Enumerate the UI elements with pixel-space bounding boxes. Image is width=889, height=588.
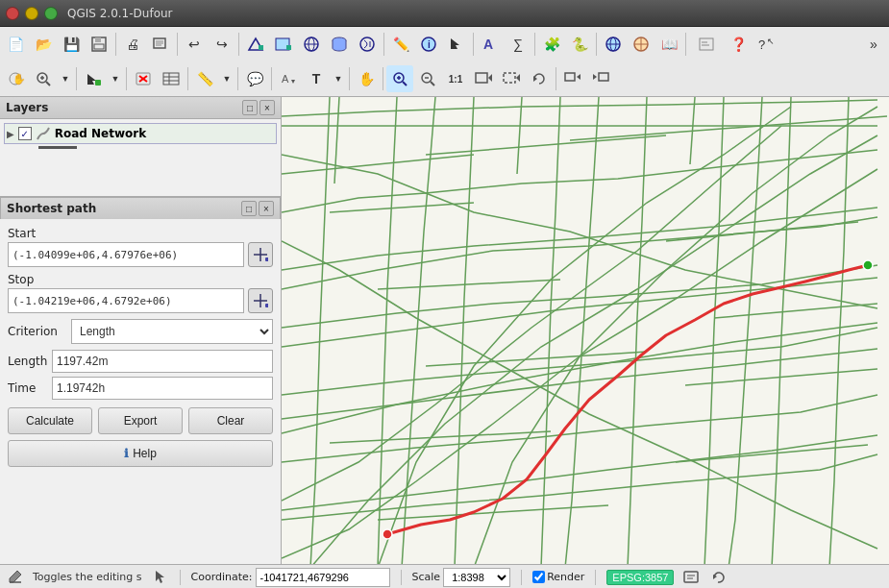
add-database-button[interactable] <box>326 31 353 58</box>
zoom-out2-button[interactable] <box>414 65 441 92</box>
titlebar: QGIS 2.0.1-Dufour <box>0 0 889 27</box>
coordinate-input[interactable] <box>256 568 390 587</box>
zoom-in2-button[interactable] <box>386 65 413 92</box>
edit-layer-button[interactable]: ✏️ <box>387 31 414 58</box>
open-table-button[interactable] <box>158 65 185 92</box>
zoom-native-button[interactable]: 1:1 <box>442 65 469 92</box>
python-button[interactable]: 🐍 <box>566 31 593 58</box>
start-label: Start <box>8 227 273 240</box>
print-button[interactable]: 🖨 <box>119 31 146 58</box>
map-area[interactable] <box>282 97 889 564</box>
length-row: Length <box>8 350 273 373</box>
zoom-in-button[interactable] <box>30 65 57 92</box>
svg-marker-59 <box>516 74 520 82</box>
rotate-button[interactable] <box>708 568 728 587</box>
add-wfs-button[interactable] <box>354 31 381 58</box>
svg-text:i: i <box>428 39 431 50</box>
render-checkbox[interactable] <box>532 571 545 583</box>
more-tools-button[interactable] <box>689 31 724 58</box>
stop-input[interactable] <box>8 288 244 313</box>
svg-rect-63 <box>599 73 608 81</box>
catalog-button[interactable]: 📖 <box>655 31 682 58</box>
open-project-button[interactable]: 📂 <box>30 31 57 58</box>
statusbar: Toggles the editing s Coordinate: Scale … <box>0 564 889 588</box>
zoom-next-button[interactable] <box>587 65 614 92</box>
help-button[interactable]: ℹ Help <box>8 440 273 467</box>
epsg-button[interactable]: EPSG:3857 <box>606 570 674 585</box>
field-calc-button[interactable]: ∑ <box>505 31 531 58</box>
time-row: Time <box>8 377 273 400</box>
sp-panel-close-button[interactable]: × <box>259 201 274 216</box>
select-dropdown-button[interactable]: ▼ <box>108 65 123 92</box>
criterion-row: Criterion Length Time <box>8 319 273 344</box>
close-button[interactable] <box>6 7 19 20</box>
text-annotation-button[interactable]: T <box>303 65 330 92</box>
globe2-button[interactable] <box>628 31 654 58</box>
maximize-button[interactable] <box>44 7 58 20</box>
minimize-button[interactable] <box>25 7 38 20</box>
zoom-layer-button[interactable] <box>470 65 497 92</box>
undo-button[interactable]: ↩ <box>181 31 208 58</box>
criterion-select[interactable]: Length Time <box>71 319 273 344</box>
sp-panel-restore-button[interactable]: □ <box>241 201 257 216</box>
toolbar-row-1: 📄 📂 💾 🖨 ↩ ↪ ✏️ i <box>0 27 889 61</box>
select-button[interactable] <box>443 31 470 58</box>
pan-hand-button[interactable]: ✋ <box>353 65 380 92</box>
start-pick-button[interactable] <box>248 242 273 267</box>
zoom-dropdown-button[interactable]: ▼ <box>58 65 73 92</box>
length-value-field[interactable] <box>52 350 273 373</box>
measure-button[interactable]: 📏 <box>191 65 218 92</box>
layer-item-road-network[interactable]: ▶ ✓ Road Network <box>4 123 277 144</box>
whats-this-button[interactable]: ?↖ <box>753 31 779 58</box>
pan-map-button[interactable]: ✋ <box>2 65 29 92</box>
svg-text:↖: ↖ <box>767 37 775 46</box>
clear-button[interactable]: Clear <box>188 407 273 434</box>
save-project-button[interactable]: 💾 <box>58 31 85 58</box>
identify-button[interactable]: i <box>415 31 442 58</box>
scale-select[interactable]: 1:8398 <box>443 568 510 587</box>
text-dropdown-button[interactable]: ▼ <box>331 65 346 92</box>
help-icon: ℹ <box>124 447 129 460</box>
edit-pencil-button[interactable] <box>6 568 25 587</box>
layers-header: Layers □ × <box>0 97 281 119</box>
globe-button[interactable] <box>600 31 627 58</box>
new-project-button[interactable]: 📄 <box>2 31 29 58</box>
add-wms-button[interactable] <box>298 31 325 58</box>
export-button[interactable]: Export <box>98 407 183 434</box>
annotation-button[interactable]: 💬 <box>241 65 268 92</box>
statusbar-sep-2 <box>401 570 402 585</box>
redo-button[interactable]: ↪ <box>209 31 235 58</box>
layers-panel-restore-button[interactable]: □ <box>242 100 258 115</box>
save-as-button[interactable] <box>86 31 112 58</box>
measure-dropdown-button[interactable]: ▼ <box>219 65 235 92</box>
stop-pick-button[interactable] <box>248 288 273 313</box>
layer-visibility-checkbox[interactable]: ✓ <box>18 127 32 140</box>
statusbar-sep-1 <box>180 570 181 585</box>
svg-marker-92 <box>156 571 164 583</box>
calculate-button[interactable]: Calculate <box>8 407 92 434</box>
move-label-button[interactable]: A <box>275 65 302 92</box>
help-button[interactable]: ❓ <box>725 31 752 58</box>
layers-content: ▶ ✓ Road Network <box>0 119 281 196</box>
labeling-button[interactable]: A <box>477 31 504 58</box>
start-input[interactable] <box>8 242 244 267</box>
zoom-selection-button[interactable] <box>498 65 525 92</box>
toolbar-overflow-button[interactable]: » <box>860 31 887 58</box>
print-composer-button[interactable] <box>147 31 174 58</box>
time-value-field[interactable] <box>52 377 273 400</box>
zoom-prev-button[interactable] <box>559 65 586 92</box>
edit-mouse-button[interactable] <box>150 568 169 587</box>
help-label: Help <box>133 447 157 460</box>
select-feature-button[interactable] <box>80 65 107 92</box>
layer-type-icon <box>36 126 51 141</box>
refresh-button[interactable] <box>526 65 553 92</box>
add-raster-button[interactable] <box>270 31 297 58</box>
render-label[interactable]: Render <box>547 571 584 583</box>
layer-expand-icon[interactable]: ▶ <box>7 129 14 139</box>
layers-panel-close-button[interactable]: × <box>259 100 275 115</box>
message-log-button[interactable] <box>681 568 701 587</box>
plugins-button[interactable]: 🧩 <box>538 31 565 58</box>
add-vector-button[interactable] <box>242 31 269 58</box>
deselect-button[interactable] <box>130 65 157 92</box>
svg-rect-56 <box>476 73 487 83</box>
